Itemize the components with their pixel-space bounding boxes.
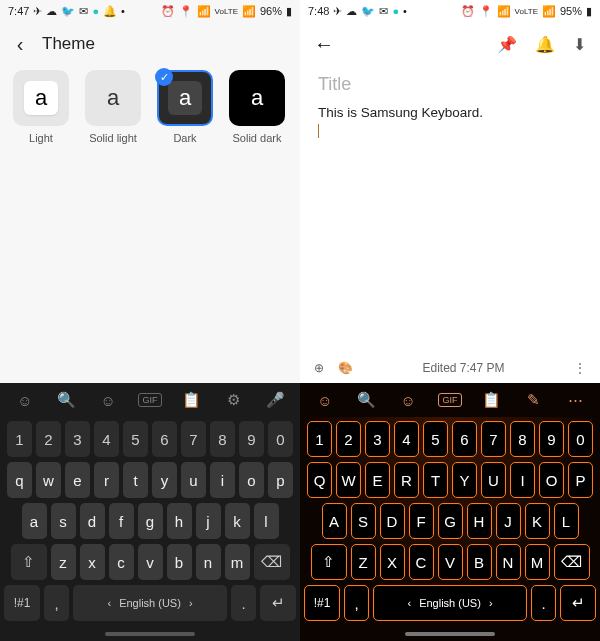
key-3[interactable]: 3 (65, 421, 90, 457)
back-button[interactable]: ‹ (8, 33, 32, 56)
key-h[interactable]: H (467, 503, 492, 539)
key-y[interactable]: y (152, 462, 177, 498)
theme-option-solid-dark[interactable]: a Solid dark (228, 70, 286, 144)
key-n[interactable]: n (196, 544, 221, 580)
key-shift[interactable]: ⇧ (311, 544, 347, 580)
key-d[interactable]: d (80, 503, 105, 539)
key-t[interactable]: t (123, 462, 148, 498)
note-body[interactable]: Title This is Samsung Keyboard. (300, 66, 600, 353)
key-6[interactable]: 6 (452, 421, 477, 457)
key-u[interactable]: U (481, 462, 506, 498)
key-4[interactable]: 4 (94, 421, 119, 457)
more-icon[interactable]: ⋯ (563, 391, 587, 409)
key-q[interactable]: Q (307, 462, 332, 498)
key-g[interactable]: G (438, 503, 463, 539)
key-r[interactable]: r (94, 462, 119, 498)
more-icon[interactable]: ⋮ (574, 361, 586, 375)
key-6[interactable]: 6 (152, 421, 177, 457)
search-icon[interactable]: 🔍 (55, 391, 79, 409)
reminder-icon[interactable]: 🔔 (535, 35, 555, 54)
key-space[interactable]: ‹ English (US) › (373, 585, 527, 621)
note-text[interactable]: This is Samsung Keyboard. (318, 105, 483, 120)
gif-icon[interactable]: GIF (138, 393, 162, 407)
key-n[interactable]: N (496, 544, 521, 580)
key-s[interactable]: s (51, 503, 76, 539)
key-j[interactable]: j (196, 503, 221, 539)
emoji-icon[interactable]: ☺ (313, 392, 337, 409)
key-backspace[interactable]: ⌫ (254, 544, 290, 580)
theme-option-light[interactable]: a Light (12, 70, 70, 144)
key-period[interactable]: . (531, 585, 556, 621)
key-a[interactable]: a (22, 503, 47, 539)
key-b[interactable]: b (167, 544, 192, 580)
key-2[interactable]: 2 (336, 421, 361, 457)
key-1[interactable]: 1 (7, 421, 32, 457)
clipboard-icon[interactable]: 📋 (180, 391, 204, 409)
back-button[interactable]: ← (314, 33, 334, 56)
key-enter[interactable]: ↵ (260, 585, 296, 621)
key-9[interactable]: 9 (239, 421, 264, 457)
emoji-icon[interactable]: ☺ (13, 392, 37, 409)
key-backspace[interactable]: ⌫ (554, 544, 590, 580)
key-space[interactable]: ‹ English (US) › (73, 585, 227, 621)
key-c[interactable]: C (409, 544, 434, 580)
key-0[interactable]: 0 (568, 421, 593, 457)
key-0[interactable]: 0 (268, 421, 293, 457)
key-4[interactable]: 4 (394, 421, 419, 457)
pen-icon[interactable]: ✎ (521, 391, 545, 409)
key-l[interactable]: l (254, 503, 279, 539)
key-a[interactable]: A (322, 503, 347, 539)
gesture-bar[interactable] (0, 627, 300, 641)
key-x[interactable]: X (380, 544, 405, 580)
key-comma[interactable]: , (44, 585, 69, 621)
search-icon[interactable]: 🔍 (355, 391, 379, 409)
key-z[interactable]: z (51, 544, 76, 580)
theme-option-solid-light[interactable]: a Solid light (84, 70, 142, 144)
key-2[interactable]: 2 (36, 421, 61, 457)
settings-icon[interactable]: ⚙ (221, 391, 245, 409)
key-7[interactable]: 7 (181, 421, 206, 457)
key-r[interactable]: R (394, 462, 419, 498)
key-p[interactable]: p (268, 462, 293, 498)
note-title-input[interactable]: Title (318, 74, 582, 95)
key-5[interactable]: 5 (423, 421, 448, 457)
add-icon[interactable]: ⊕ (314, 361, 324, 375)
key-8[interactable]: 8 (210, 421, 235, 457)
key-q[interactable]: q (7, 462, 32, 498)
key-o[interactable]: O (539, 462, 564, 498)
key-period[interactable]: . (231, 585, 256, 621)
key-p[interactable]: P (568, 462, 593, 498)
key-w[interactable]: w (36, 462, 61, 498)
key-9[interactable]: 9 (539, 421, 564, 457)
key-symbols[interactable]: !#1 (304, 585, 340, 621)
key-e[interactable]: E (365, 462, 390, 498)
key-f[interactable]: F (409, 503, 434, 539)
save-icon[interactable]: ⬇ (573, 35, 586, 54)
key-v[interactable]: v (138, 544, 163, 580)
key-symbols[interactable]: !#1 (4, 585, 40, 621)
key-enter[interactable]: ↵ (560, 585, 596, 621)
key-j[interactable]: J (496, 503, 521, 539)
key-shift[interactable]: ⇧ (11, 544, 47, 580)
gesture-bar[interactable] (300, 627, 600, 641)
key-1[interactable]: 1 (307, 421, 332, 457)
key-o[interactable]: o (239, 462, 264, 498)
key-w[interactable]: W (336, 462, 361, 498)
key-3[interactable]: 3 (365, 421, 390, 457)
key-8[interactable]: 8 (510, 421, 535, 457)
key-s[interactable]: S (351, 503, 376, 539)
gif-icon[interactable]: GIF (438, 393, 462, 407)
clipboard-icon[interactable]: 📋 (480, 391, 504, 409)
key-k[interactable]: k (225, 503, 250, 539)
key-v[interactable]: V (438, 544, 463, 580)
key-i[interactable]: i (210, 462, 235, 498)
key-d[interactable]: D (380, 503, 405, 539)
key-l[interactable]: L (554, 503, 579, 539)
key-x[interactable]: x (80, 544, 105, 580)
theme-option-dark[interactable]: ✓ a Dark (156, 70, 214, 144)
palette-icon[interactable]: 🎨 (338, 361, 353, 375)
pin-icon[interactable]: 📌 (497, 35, 517, 54)
key-5[interactable]: 5 (123, 421, 148, 457)
key-i[interactable]: I (510, 462, 535, 498)
key-z[interactable]: Z (351, 544, 376, 580)
